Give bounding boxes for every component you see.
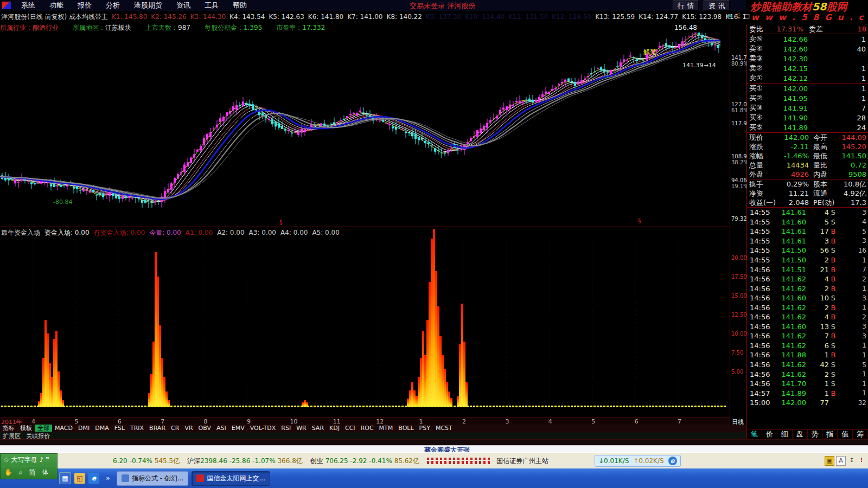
desktop-icon[interactable]: ▦ <box>59 472 71 484</box>
index-segment-1[interactable]: 6.20 -0.74% 545.5亿 <box>113 457 180 466</box>
task-button[interactable]: 指标公式 - 创幻... <box>117 471 188 486</box>
tick-trade-row[interactable]: 14:55141.605S4 <box>747 217 868 227</box>
indicator-tab-VOL-TDX[interactable]: VOL-TDX <box>247 425 279 432</box>
money-flow-subchart[interactable]: 最牛资金入场资金入场: 0.00有资金入场: 0.00今量: 0.00A1: 0… <box>0 227 730 419</box>
expand-quicklaunch-icon[interactable]: » <box>103 473 113 484</box>
sell-queue-row[interactable]: 卖③142.30 <box>747 54 868 63</box>
news-button[interactable]: 资 讯 <box>704 1 730 11</box>
tick-trade-row[interactable]: 14:56141.624B2 <box>747 312 868 322</box>
indicator-tab-PSY[interactable]: PSY <box>417 425 433 432</box>
sub-axis-label: 5.00 <box>731 369 743 375</box>
tick-trade-row[interactable]: 14:56141.701S1 <box>747 379 868 389</box>
indicator-tab-DMI[interactable]: DMI <box>75 425 92 432</box>
tick-trade-row[interactable]: 14:56141.5121B7 <box>747 265 868 274</box>
menu-item-资讯[interactable]: 资讯 <box>169 1 197 10</box>
updown-arrow-icon[interactable]: ↕ <box>847 456 856 465</box>
indicator-tab-OBV[interactable]: OBV <box>196 425 214 432</box>
menu-item-港股期货[interactable]: 港股期货 <box>127 1 169 10</box>
window-box-icon[interactable]: □ <box>744 12 750 20</box>
indicator-tab-MCST[interactable]: MCST <box>433 425 455 432</box>
tick-trade-row[interactable]: 14:55141.502B1 <box>747 255 868 265</box>
menu-item-报价[interactable]: 报价 <box>71 1 99 10</box>
tick-trade-row[interactable]: 14:55141.613B3 <box>747 236 868 246</box>
indicator-tab-DMA[interactable]: DMA <box>92 425 112 432</box>
buy-queue-row[interactable]: 买④141.9028 <box>747 113 868 123</box>
quote-tab-盘[interactable]: 盘 <box>793 429 808 440</box>
tick-trade-row[interactable]: 14:56141.6242S5 <box>747 360 868 370</box>
quote-tab-细[interactable]: 细 <box>777 429 793 440</box>
sell-queue-row[interactable]: 卖④142.6040 <box>747 44 868 54</box>
tab-all-selected[interactable]: 全部 <box>35 425 52 432</box>
tick-trade-row[interactable]: 14:56141.622B1 <box>747 284 868 293</box>
tick-trade-row[interactable]: 14:57141.891B1 <box>747 388 868 398</box>
price-axis-label: 108.9 <box>731 153 747 159</box>
buy-queue-row[interactable]: 买②141.951 <box>747 93 868 103</box>
quote-tab-价[interactable]: 价 <box>762 429 777 440</box>
k-value: K10: 134.40 <box>465 13 505 21</box>
quote-tab-势[interactable]: 势 <box>808 429 823 440</box>
indicator-tab-ROC[interactable]: ROC <box>358 425 376 432</box>
menu-item-功能[interactable]: 功能 <box>42 1 71 10</box>
indicator-tab-BOLL[interactable]: BOLL <box>395 425 416 432</box>
tick-trade-row[interactable]: 15:00142.007732 <box>747 398 868 408</box>
indicator-tab-MACD[interactable]: MACD <box>52 425 75 432</box>
menu-item-帮助[interactable]: 帮助 <box>226 1 254 10</box>
menu-item-工具[interactable]: 工具 <box>197 1 226 10</box>
tab-指标[interactable]: 指标 <box>0 425 17 432</box>
order-imbalance-row: 委比 17.31% 委差 18 <box>747 24 868 34</box>
indicator-tab-ASI[interactable]: ASI <box>214 425 229 432</box>
buy-queue-row[interactable]: 买③141.917 <box>747 103 868 113</box>
sell-queue-row[interactable]: 卖⑤142.661 <box>747 34 868 44</box>
tick-trade-row[interactable]: 14:56141.627B3 <box>747 331 868 341</box>
indicator-tab-FSL[interactable]: FSL <box>112 425 127 432</box>
tick-trade-row[interactable]: 14:56141.622S1 <box>747 369 868 379</box>
tick-trade-row[interactable]: 14:56141.6013S3 <box>747 322 868 332</box>
tick-trade-row[interactable]: 14:55141.614S3 <box>747 208 868 217</box>
tick-trade-list[interactable]: 14:55141.614S314:55141.605S414:55141.611… <box>747 207 868 407</box>
quote-button[interactable]: 行 情 <box>673 1 699 11</box>
task-button[interactable]: 国信金太阳网上交... <box>192 471 270 486</box>
indicator-tab-VR[interactable]: VR <box>182 425 195 432</box>
indicator-tab-TRIX[interactable]: TRIX <box>127 425 146 432</box>
indicator-tab-CR[interactable]: CR <box>168 425 182 432</box>
tick-trade-row[interactable]: 14:56141.626S1 <box>747 341 868 351</box>
lock-status-icon[interactable]: ▣ <box>825 456 834 466</box>
indicator-tab-SAR[interactable]: SAR <box>309 425 327 432</box>
indicator-tab-RSI[interactable]: RSI <box>278 425 293 432</box>
sell-queue-row[interactable]: 卖①142.121 <box>747 73 868 83</box>
tick-trade-row[interactable]: 14:55141.5056S16 <box>747 246 868 255</box>
indicator-tab-MTM[interactable]: MTM <box>376 425 396 432</box>
main-candle-chart[interactable] <box>0 33 730 227</box>
tab-模板[interactable]: 模板 <box>17 425 35 432</box>
indicator-tab-EMV[interactable]: EMV <box>229 425 247 432</box>
menu-item-系统[interactable]: 系统 <box>14 1 42 10</box>
c-tool-icon[interactable]: C <box>736 12 741 20</box>
tick-trade-row[interactable]: 14:55141.6117B5 <box>747 227 868 236</box>
sell-queue-row[interactable]: 卖②142.151 <box>747 63 868 73</box>
tick-trade-row[interactable]: 14:56141.624B2 <box>747 274 868 284</box>
index-segment-chuangye[interactable]: 创业 706.25 -2.92 -0.41% 85.62亿 <box>310 457 419 466</box>
indicator-tab-KDJ[interactable]: KDJ <box>327 425 342 432</box>
tick-trade-row[interactable]: 14:56141.881B1 <box>747 350 868 360</box>
indicator-tab-BRAR[interactable]: BRAR <box>146 425 168 432</box>
quote-tab-筹[interactable]: 筹 <box>853 429 868 440</box>
menu-item-分析[interactable]: 分析 <box>99 1 127 10</box>
wave-tool-icon[interactable]: ≈ <box>727 12 732 20</box>
quote-tab-笔[interactable]: 笔 <box>747 429 762 440</box>
tick-trade-row[interactable]: 14:56141.6010S3 <box>747 293 868 303</box>
quote-tab-值[interactable]: 值 <box>838 429 853 440</box>
ime-toolbar[interactable]: ☆ 大写字母 ♪ ❞ ✋ ⌕ 简 体 <box>0 453 58 479</box>
indicator-tab-WR[interactable]: WR <box>293 425 309 432</box>
ime-status-icon[interactable]: A <box>836 456 846 466</box>
trade-login-status[interactable]: 交易未登录 洋河股份 <box>410 1 475 11</box>
index-segment-hushen[interactable]: 沪深2398.46 -25.86 -1.07% 366.8亿 <box>187 457 303 466</box>
quote-tab-指[interactable]: 指 <box>822 429 838 440</box>
buy-queue-row[interactable]: 买①142.001 <box>747 84 868 93</box>
folder-icon[interactable]: ◱ <box>74 473 85 484</box>
indicator-tab-CCI[interactable]: CCI <box>342 425 358 432</box>
k-value: K9: 137.30 <box>426 13 461 21</box>
buy-queue-row[interactable]: 买⑤141.8924 <box>747 123 868 132</box>
alert-icon[interactable]: ! <box>857 456 866 465</box>
tick-trade-row[interactable]: 14:56141.622B1 <box>747 303 868 312</box>
ie-quicklaunch-icon[interactable]: e <box>88 473 99 484</box>
